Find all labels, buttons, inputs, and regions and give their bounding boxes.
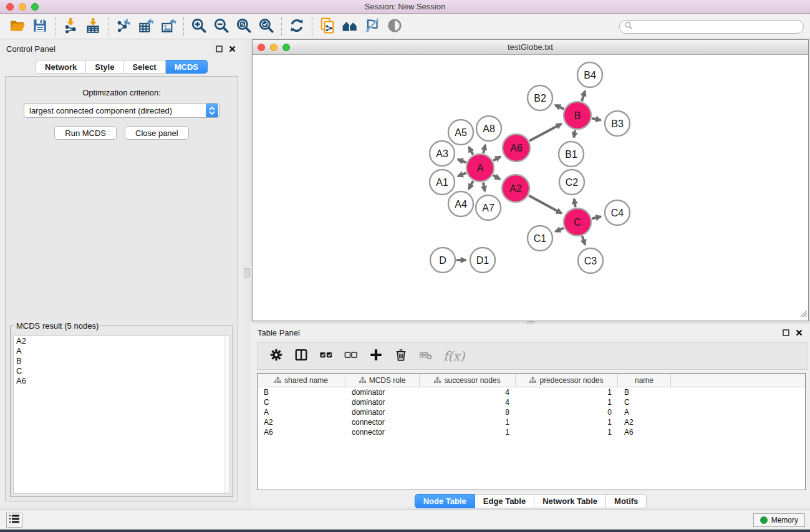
network-window-titlebar[interactable]: testGlobe.txt bbox=[253, 40, 808, 55]
node-A3[interactable]: A3 bbox=[430, 141, 455, 166]
mcds-result-item[interactable]: B bbox=[14, 356, 229, 366]
table-cell[interactable]: A bbox=[258, 408, 345, 417]
table-cell[interactable]: 1 bbox=[516, 428, 618, 437]
table-cell[interactable]: B bbox=[258, 388, 345, 397]
column-header-shared-name[interactable]: shared name bbox=[258, 374, 345, 387]
float-panel-button[interactable] bbox=[214, 44, 224, 54]
tab-select[interactable]: Select bbox=[123, 60, 165, 74]
network-zoom-button[interactable] bbox=[282, 44, 290, 51]
create-column-button[interactable] bbox=[364, 346, 388, 367]
table-row[interactable]: A2connector11A2 bbox=[258, 417, 805, 427]
node-A1[interactable]: A1 bbox=[430, 170, 455, 195]
close-window-button[interactable] bbox=[6, 3, 14, 11]
column-header-name[interactable]: name bbox=[618, 374, 671, 387]
mcds-result-item[interactable]: C bbox=[14, 366, 229, 376]
open-session-button[interactable] bbox=[6, 17, 29, 37]
edge-A-A1[interactable] bbox=[458, 173, 466, 176]
node-C[interactable]: C bbox=[564, 208, 591, 236]
node-A4[interactable]: A4 bbox=[448, 191, 473, 216]
optimization-criterion-select[interactable]: largest connected component (directed) bbox=[24, 103, 219, 118]
table-cell[interactable]: A6 bbox=[258, 428, 345, 437]
vertical-splitter-handle[interactable] bbox=[244, 268, 250, 278]
tab-network-table[interactable]: Network Table bbox=[534, 494, 606, 508]
table-row[interactable]: Cdominator41C bbox=[258, 397, 805, 407]
task-history-button[interactable] bbox=[6, 513, 22, 528]
mcds-result-list[interactable]: A2ABCA6 bbox=[13, 336, 230, 494]
mcds-result-item[interactable]: A2 bbox=[14, 336, 229, 346]
table-cell[interactable]: 1 bbox=[420, 428, 516, 437]
column-header-successor-nodes[interactable]: successor nodes bbox=[420, 374, 516, 387]
table-cell[interactable]: 0 bbox=[516, 408, 618, 417]
close-panel-button[interactable] bbox=[227, 44, 237, 54]
zoom-fit-button[interactable] bbox=[233, 17, 255, 37]
table-cell[interactable]: connector bbox=[345, 418, 420, 427]
node-A[interactable]: A bbox=[466, 154, 494, 181]
save-session-button[interactable] bbox=[29, 17, 51, 37]
node-C2[interactable]: C2 bbox=[559, 170, 584, 195]
edge-C-C1[interactable] bbox=[556, 228, 564, 232]
edge-B-B3[interactable] bbox=[592, 118, 601, 120]
network-canvas[interactable]: AA1A2A3A4A5A6A7A8BB1B2B3B4CC1C2C3C4DD1 bbox=[253, 55, 808, 321]
run-mcds-button[interactable]: Run MCDS bbox=[54, 126, 117, 140]
home-button[interactable] bbox=[339, 17, 361, 37]
node-D[interactable]: D bbox=[430, 248, 455, 273]
column-header-predecessor-nodes[interactable]: predecessor nodes bbox=[516, 374, 618, 387]
node-A8[interactable]: A8 bbox=[476, 116, 501, 141]
tab-edge-table[interactable]: Edge Table bbox=[475, 494, 534, 508]
node-A2[interactable]: A2 bbox=[502, 175, 529, 202]
show-columns-button[interactable] bbox=[289, 346, 314, 367]
table-cell[interactable]: 1 bbox=[516, 398, 618, 407]
show-details-button[interactable] bbox=[383, 17, 406, 37]
node-D1[interactable]: D1 bbox=[470, 248, 495, 273]
edge-A-A2[interactable] bbox=[493, 175, 500, 179]
column-header-MCDS-role[interactable]: MCDS role bbox=[345, 374, 420, 387]
deselect-all-rows-button[interactable] bbox=[339, 346, 364, 367]
table-settings-button[interactable] bbox=[264, 346, 289, 367]
edge-B-B2[interactable] bbox=[555, 105, 564, 109]
edge-A-A4[interactable] bbox=[469, 181, 473, 189]
function-builder-button[interactable]: f(x) bbox=[443, 349, 465, 364]
table-cell[interactable]: A2 bbox=[618, 418, 671, 427]
edge-C-C3[interactable] bbox=[582, 236, 586, 245]
export-table-button[interactable] bbox=[135, 17, 157, 37]
table-close-button[interactable] bbox=[794, 327, 804, 337]
table-cell[interactable]: 4 bbox=[420, 398, 516, 407]
edge-A6-B[interactable] bbox=[529, 124, 561, 141]
node-A6[interactable]: A6 bbox=[503, 134, 530, 162]
edge-A-A6[interactable] bbox=[493, 157, 501, 160]
hide-graphics-button[interactable] bbox=[361, 17, 383, 37]
select-all-rows-button[interactable] bbox=[314, 346, 339, 367]
table-cell[interactable]: dominator bbox=[345, 398, 420, 407]
edge-A-A8[interactable] bbox=[483, 145, 485, 153]
search-box[interactable] bbox=[619, 20, 804, 34]
table-cell[interactable]: 1 bbox=[420, 418, 516, 427]
table-cell[interactable]: 8 bbox=[420, 408, 516, 417]
tab-node-table[interactable]: Node Table bbox=[415, 494, 475, 508]
network-minimize-button[interactable] bbox=[270, 44, 277, 51]
resize-grip-icon[interactable] bbox=[799, 309, 808, 320]
zoom-selected-button[interactable] bbox=[255, 17, 277, 37]
table-cell[interactable]: A bbox=[618, 408, 671, 417]
node-C1[interactable]: C1 bbox=[528, 226, 552, 251]
edge-C-C2[interactable] bbox=[574, 199, 576, 207]
tab-motifs[interactable]: Motifs bbox=[606, 494, 647, 508]
zoom-in-button[interactable] bbox=[188, 17, 210, 37]
table-cell[interactable]: B bbox=[618, 388, 671, 397]
table-cell[interactable]: dominator bbox=[345, 408, 420, 417]
node-C3[interactable]: C3 bbox=[578, 248, 603, 273]
node-C4[interactable]: C4 bbox=[605, 200, 630, 225]
copy-network-button[interactable] bbox=[316, 17, 339, 37]
search-input[interactable] bbox=[633, 21, 803, 32]
close-panel-button-2[interactable]: Close panel bbox=[125, 126, 189, 140]
table-cell[interactable]: A2 bbox=[258, 418, 345, 427]
mcds-result-item[interactable]: A bbox=[14, 346, 229, 356]
node-A5[interactable]: A5 bbox=[448, 120, 473, 145]
node-B3[interactable]: B3 bbox=[605, 111, 630, 136]
edge-A-A7[interactable] bbox=[483, 183, 485, 191]
memory-button[interactable]: Memory bbox=[753, 513, 805, 527]
table-cell[interactable]: C bbox=[618, 398, 671, 407]
mcds-result-item[interactable]: A6 bbox=[14, 376, 229, 386]
delete-table-button[interactable] bbox=[413, 346, 438, 367]
tab-style[interactable]: Style bbox=[86, 60, 123, 74]
edge-B-B1[interactable] bbox=[574, 130, 575, 138]
